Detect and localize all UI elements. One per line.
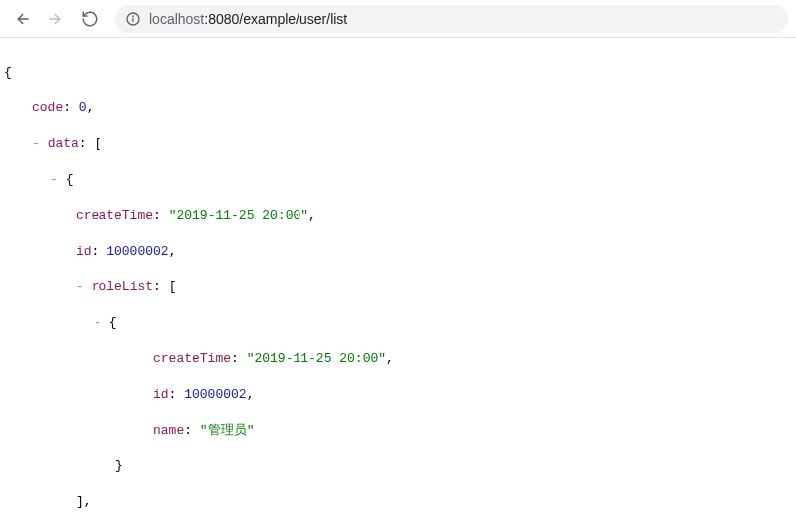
info-icon (125, 11, 141, 27)
address-bar[interactable]: localhost:8080/example/user/list (115, 5, 788, 33)
json-line: { (4, 64, 792, 82)
json-line: name: "管理员" (4, 422, 792, 440)
json-line: - { (4, 314, 792, 332)
json-line: } (4, 457, 792, 475)
arrow-left-icon (13, 10, 31, 28)
json-line: id: 10000002, (4, 243, 792, 261)
json-line: code: 0, (4, 99, 792, 117)
back-button[interactable] (8, 5, 36, 33)
json-line: - data: [ (4, 135, 792, 153)
toggle-icon[interactable]: - (94, 315, 101, 330)
forward-button[interactable] (42, 5, 70, 33)
json-line: createTime: "2019-11-25 20:00", (4, 207, 792, 225)
json-viewer: { code: 0, - data: [ - { createTime: "20… (0, 38, 796, 532)
json-line: - roleList: [ (4, 278, 792, 296)
browser-toolbar: localhost:8080/example/user/list (0, 0, 796, 38)
toggle-icon[interactable]: - (50, 172, 58, 187)
toggle-icon[interactable]: - (32, 136, 40, 151)
toggle-icon[interactable]: - (76, 279, 84, 294)
json-line: ], (4, 493, 792, 511)
reload-icon (81, 10, 99, 28)
url-text: localhost:8080/example/user/list (149, 11, 347, 27)
json-line: - { (4, 171, 792, 189)
json-line: createTime: "2019-11-25 20:00", (4, 350, 792, 368)
svg-point-4 (133, 16, 134, 17)
reload-button[interactable] (76, 5, 103, 33)
arrow-right-icon (47, 10, 65, 28)
json-line: id: 10000002, (4, 386, 792, 404)
